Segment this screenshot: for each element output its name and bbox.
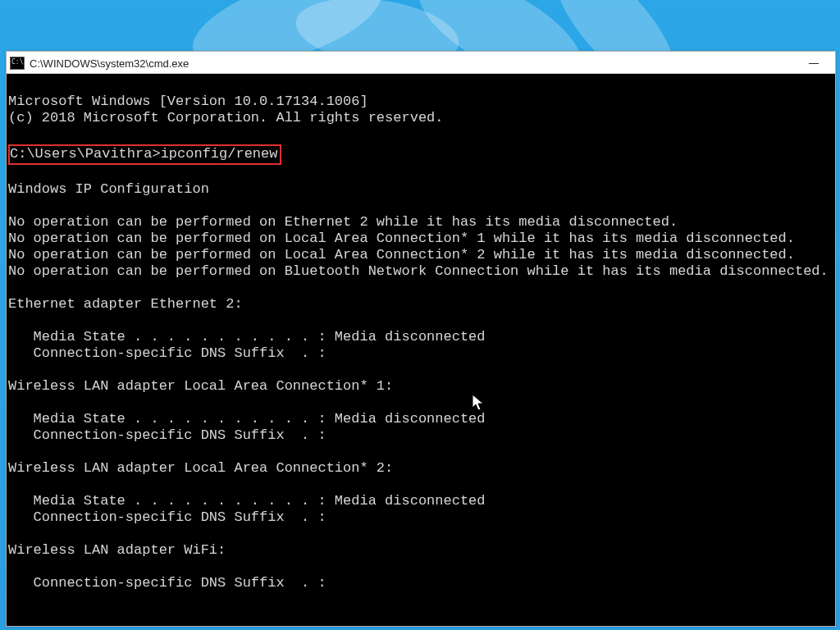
terminal-output[interactable]: Microsoft Windows [Version 10.0.17134.10… [7, 74, 835, 626]
terminal-line: Media State . . . . . . . . . . . : Medi… [8, 411, 486, 427]
terminal-line: (c) 2018 Microsoft Corporation. All righ… [8, 110, 444, 126]
terminal-line: Ethernet adapter Ethernet 2: [8, 296, 243, 312]
terminal-line: No operation can be performed on Bluetoo… [8, 263, 829, 279]
terminal-line: Wireless LAN adapter WiFi: [8, 542, 226, 558]
terminal-line: Media State . . . . . . . . . . . : Medi… [8, 493, 486, 509]
desktop-background: C:\WINDOWS\system32\cmd.exe Microsoft Wi… [0, 0, 840, 630]
cmd-window: C:\WINDOWS\system32\cmd.exe Microsoft Wi… [6, 51, 836, 627]
window-titlebar[interactable]: C:\WINDOWS\system32\cmd.exe [7, 52, 835, 74]
command-highlight: C:\Users\Pavithra>ipconfig/renew [8, 144, 281, 165]
window-title: C:\WINDOWS\system32\cmd.exe [30, 57, 796, 70]
terminal-line: Wireless LAN adapter Local Area Connecti… [8, 378, 393, 394]
terminal-line: No operation can be performed on Local A… [8, 247, 795, 262]
terminal-line: Connection-specific DNS Suffix . : [8, 427, 326, 443]
terminal-line: Media State . . . . . . . . . . . : Medi… [8, 329, 486, 345]
cmd-icon [10, 57, 25, 70]
terminal-line: Connection-specific DNS Suffix . : [8, 345, 326, 361]
prompt-and-command: C:\Users\Pavithra>ipconfig/renew [10, 146, 277, 162]
terminal-line: Connection-specific DNS Suffix . : [8, 575, 326, 591]
window-minimize-button[interactable] [796, 54, 832, 72]
terminal-line: Windows IP Configuration [8, 181, 209, 197]
terminal-line: Wireless LAN adapter Local Area Connecti… [8, 460, 393, 476]
terminal-line: No operation can be performed on Etherne… [8, 214, 678, 230]
terminal-line: Connection-specific DNS Suffix . : [8, 509, 326, 525]
terminal-line: No operation can be performed on Local A… [8, 231, 795, 246]
terminal-line: Microsoft Windows [Version 10.0.17134.10… [8, 94, 368, 109]
